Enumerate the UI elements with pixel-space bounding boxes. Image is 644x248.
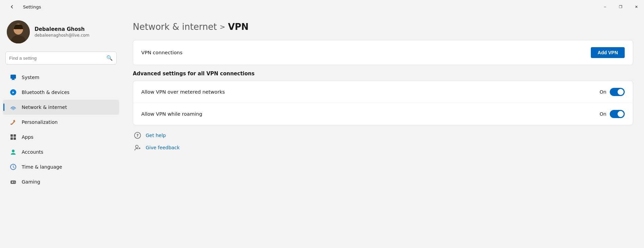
vpn-connections-row: VPN connections Add VPN <box>133 40 633 65</box>
sidebar: Debaleena Ghosh debaleenaghosh@live.com … <box>0 14 122 248</box>
sidebar-label-network: Network & internet <box>22 104 67 110</box>
add-vpn-button[interactable]: Add VPN <box>591 47 625 58</box>
svg-rect-5 <box>11 75 16 79</box>
roaming-toggle[interactable] <box>610 110 625 118</box>
svg-point-16 <box>12 150 15 152</box>
give-feedback-icon <box>133 143 142 152</box>
sidebar-label-apps: Apps <box>22 134 34 140</box>
sidebar-label-personalization: Personalization <box>22 119 58 125</box>
advanced-section-title: Advanced settings for all VPN connection… <box>133 71 633 77</box>
sidebar-item-accounts[interactable]: Accounts <box>3 145 119 159</box>
sidebar-item-personalization[interactable]: Personalization <box>3 115 119 130</box>
titlebar: Settings − ❐ ✕ <box>0 0 644 14</box>
user-info: Debaleena Ghosh debaleenaghosh@live.com <box>35 26 89 38</box>
roaming-state: On <box>600 111 606 117</box>
svg-rect-14 <box>11 137 13 140</box>
give-feedback-item[interactable]: Give feedback <box>133 143 633 152</box>
paint-icon <box>9 118 17 126</box>
titlebar-left: Settings <box>4 4 41 9</box>
close-button[interactable]: ✕ <box>628 0 644 14</box>
time-icon <box>9 163 17 171</box>
sidebar-item-gaming[interactable]: Gaming <box>3 174 119 189</box>
user-name: Debaleena Ghosh <box>35 26 89 32</box>
minimize-button[interactable]: − <box>597 0 613 14</box>
user-profile[interactable]: Debaleena Ghosh debaleenaghosh@live.com <box>0 14 122 52</box>
sidebar-item-apps[interactable]: Apps <box>3 130 119 145</box>
give-feedback-link[interactable]: Give feedback <box>146 145 180 150</box>
roaming-toggle-container: On <box>600 110 625 118</box>
gaming-icon <box>9 178 17 186</box>
network-icon <box>9 103 17 111</box>
breadcrumb-separator: > <box>220 23 225 31</box>
sidebar-label-system: System <box>22 75 39 80</box>
breadcrumb-current: VPN <box>228 22 249 32</box>
main-content: Network & internet > VPN VPN connections… <box>122 14 644 248</box>
svg-point-21 <box>14 182 15 182</box>
svg-point-3 <box>15 28 17 30</box>
breadcrumb: Network & internet > VPN <box>133 22 633 32</box>
app-body: Debaleena Ghosh debaleenaghosh@live.com … <box>0 14 644 248</box>
restore-button[interactable]: ❐ <box>613 0 628 14</box>
apps-icon <box>9 133 17 141</box>
sidebar-item-system[interactable]: System <box>3 70 119 85</box>
vpn-connections-label: VPN connections <box>141 50 183 55</box>
sidebar-item-network[interactable]: Network & internet <box>3 100 119 115</box>
sidebar-label-accounts: Accounts <box>22 149 43 155</box>
sidebar-item-bluetooth[interactable]: Bluetooth & devices <box>3 85 119 100</box>
window-title: Settings <box>23 4 41 9</box>
metered-toggle[interactable] <box>610 88 625 96</box>
metered-label: Allow VPN over metered networks <box>141 89 225 95</box>
svg-point-22 <box>15 182 15 183</box>
svg-point-11 <box>11 123 12 125</box>
search-box[interactable]: 🔍 <box>5 52 117 64</box>
get-help-item[interactable]: ? Get help <box>133 131 633 140</box>
user-email: debaleenaghosh@live.com <box>35 33 89 38</box>
window-controls: − ❐ ✕ <box>597 0 644 14</box>
svg-rect-13 <box>14 134 16 137</box>
svg-text:?: ? <box>137 133 139 138</box>
svg-point-4 <box>20 28 21 30</box>
sidebar-label-bluetooth: Bluetooth & devices <box>22 90 69 95</box>
metered-networks-row: Allow VPN over metered networks On <box>133 81 633 103</box>
roaming-row: Allow VPN while roaming On <box>133 103 633 125</box>
links-section: ? Get help Give feedback <box>133 131 633 152</box>
svg-point-25 <box>136 145 138 148</box>
bluetooth-icon <box>9 89 17 96</box>
get-help-link[interactable]: Get help <box>146 133 166 138</box>
sidebar-label-time: Time & language <box>22 164 62 170</box>
sidebar-label-gaming: Gaming <box>22 179 40 185</box>
svg-rect-7 <box>12 79 15 80</box>
search-icon: 🔍 <box>106 55 113 61</box>
back-button[interactable] <box>4 5 20 9</box>
breadcrumb-parent[interactable]: Network & internet <box>133 22 217 32</box>
svg-rect-15 <box>14 137 16 140</box>
monitor-icon <box>9 74 17 81</box>
metered-toggle-container: On <box>600 88 625 96</box>
svg-point-9 <box>13 109 14 110</box>
svg-rect-12 <box>11 134 13 137</box>
roaming-label: Allow VPN while roaming <box>141 111 202 117</box>
search-input[interactable] <box>9 56 106 61</box>
vpn-connections-card: VPN connections Add VPN <box>133 40 633 65</box>
accounts-icon <box>9 148 17 156</box>
svg-rect-6 <box>12 79 14 79</box>
sidebar-item-time[interactable]: Time & language <box>3 159 119 174</box>
metered-state: On <box>600 89 606 95</box>
avatar <box>7 20 30 43</box>
get-help-icon: ? <box>133 131 142 140</box>
advanced-settings-card: Allow VPN over metered networks On Allow… <box>133 81 633 125</box>
